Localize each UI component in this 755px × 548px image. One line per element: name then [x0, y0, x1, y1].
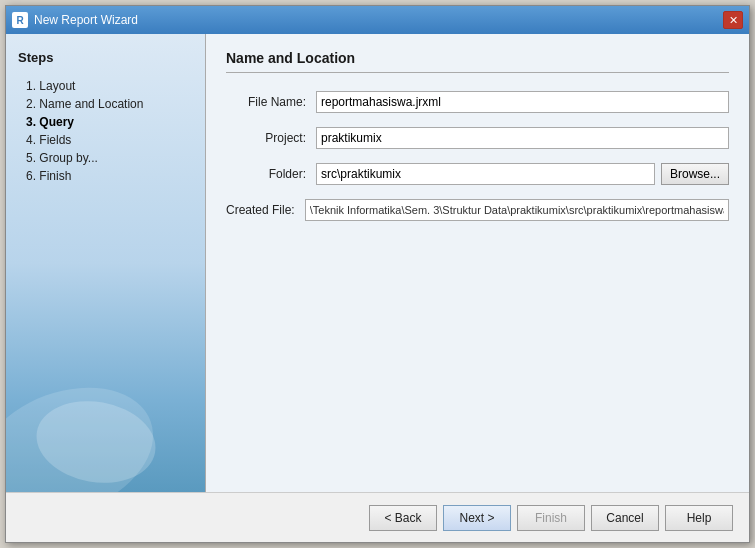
- close-button[interactable]: ✕: [723, 11, 743, 29]
- main-panel: Name and Location File Name: Project: Fo…: [206, 34, 749, 492]
- created-file-label: Created File:: [226, 203, 305, 217]
- step-number: 5.: [26, 151, 36, 165]
- content-area: Steps 1. Layout 2. Name and Location 3. …: [6, 34, 749, 492]
- step-label: Query: [39, 115, 74, 129]
- file-name-input[interactable]: [316, 91, 729, 113]
- sidebar-item-finish: 6. Finish: [26, 167, 193, 185]
- created-file-row: Created File:: [226, 199, 729, 221]
- footer: < Back Next > Finish Cancel Help: [6, 492, 749, 542]
- wizard-window: R New Report Wizard ✕ Steps 1. Layout 2.…: [5, 5, 750, 543]
- sidebar-heading: Steps: [18, 50, 193, 65]
- window-title: New Report Wizard: [34, 13, 723, 27]
- folder-input[interactable]: [316, 163, 655, 185]
- sidebar-item-layout: 1. Layout: [26, 77, 193, 95]
- step-number: 4.: [26, 133, 36, 147]
- created-file-value: [305, 199, 729, 221]
- browse-button[interactable]: Browse...: [661, 163, 729, 185]
- step-number: 6.: [26, 169, 36, 183]
- next-button[interactable]: Next >: [443, 505, 511, 531]
- back-button[interactable]: < Back: [369, 505, 437, 531]
- help-button[interactable]: Help: [665, 505, 733, 531]
- step-number: 1.: [26, 79, 36, 93]
- window-icon: R: [12, 12, 28, 28]
- panel-title: Name and Location: [226, 50, 729, 73]
- project-label: Project:: [226, 131, 316, 145]
- steps-list: 1. Layout 2. Name and Location 3. Query …: [18, 77, 193, 185]
- sidebar-item-query: 3. Query: [26, 113, 193, 131]
- finish-button[interactable]: Finish: [517, 505, 585, 531]
- folder-label: Folder:: [226, 167, 316, 181]
- step-label: Layout: [39, 79, 75, 93]
- sidebar-item-group-by: 5. Group by...: [26, 149, 193, 167]
- sidebar-item-fields: 4. Fields: [26, 131, 193, 149]
- sidebar-item-name-and-location: 2. Name and Location: [26, 95, 193, 113]
- sidebar: Steps 1. Layout 2. Name and Location 3. …: [6, 34, 206, 492]
- project-input[interactable]: [316, 127, 729, 149]
- file-name-row: File Name:: [226, 91, 729, 113]
- project-row: Project:: [226, 127, 729, 149]
- title-bar: R New Report Wizard ✕: [6, 6, 749, 34]
- sidebar-watermark: [6, 372, 205, 492]
- step-number: 2.: [26, 97, 36, 111]
- step-label: Finish: [39, 169, 71, 183]
- step-label: Group by...: [39, 151, 97, 165]
- window-body: Steps 1. Layout 2. Name and Location 3. …: [6, 34, 749, 542]
- cancel-button[interactable]: Cancel: [591, 505, 659, 531]
- folder-row: Folder: Browse...: [226, 163, 729, 185]
- step-label: Name and Location: [39, 97, 143, 111]
- file-name-label: File Name:: [226, 95, 316, 109]
- step-label: Fields: [39, 133, 71, 147]
- step-number: 3.: [26, 115, 36, 129]
